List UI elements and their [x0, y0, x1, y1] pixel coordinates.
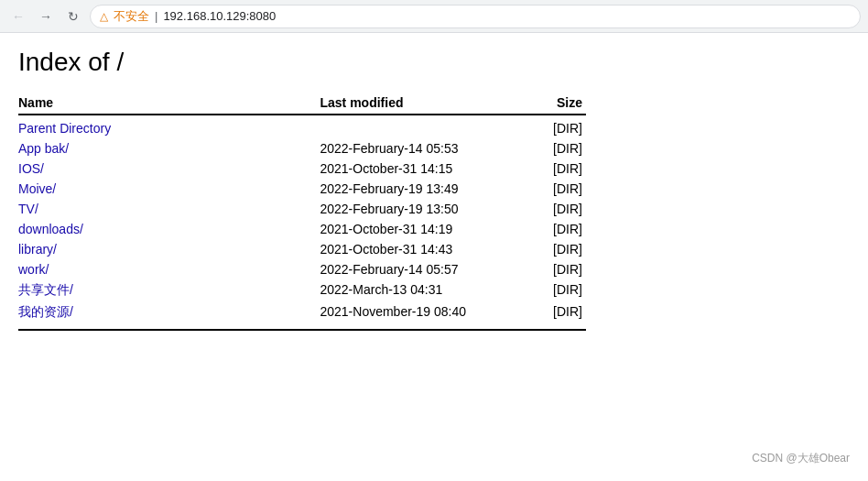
- back-button[interactable]: ←: [7, 5, 29, 27]
- file-name-cell: library/: [18, 239, 312, 259]
- reload-button[interactable]: ↻: [62, 5, 84, 27]
- table-row: 共享文件/2022-March-13 04:31[DIR]: [18, 279, 586, 301]
- browser-chrome: ← → ↻ △ 不安全 | 192.168.10.129:8080: [0, 0, 868, 33]
- file-link[interactable]: IOS/: [18, 161, 44, 176]
- file-link[interactable]: 我的资源/: [18, 304, 73, 319]
- table-bottom-line: [18, 329, 586, 331]
- file-modified-cell: 2021-October-31 14:15: [312, 159, 523, 179]
- file-size-cell: [DIR]: [523, 279, 586, 301]
- file-link[interactable]: downloads/: [18, 222, 83, 236]
- file-link[interactable]: work/: [18, 262, 49, 277]
- table-row: library/2021-October-31 14:43[DIR]: [18, 239, 586, 259]
- file-link[interactable]: library/: [18, 242, 57, 257]
- file-name-cell: TV/: [18, 199, 312, 219]
- file-modified-cell: 2022-February-19 13:49: [312, 179, 523, 199]
- file-name-cell: work/: [18, 259, 312, 279]
- file-size-cell: [DIR]: [523, 239, 586, 259]
- table-row: App bak/2022-February-14 05:53[DIR]: [18, 138, 586, 159]
- file-size-cell: [DIR]: [523, 219, 586, 239]
- table-row: Moive/2022-February-19 13:49[DIR]: [18, 179, 586, 199]
- table-row: 我的资源/2021-November-19 08:40[DIR]: [18, 301, 586, 323]
- url-text: 192.168.10.129:8080: [163, 9, 276, 23]
- table-row: Parent Directory[DIR]: [18, 115, 586, 138]
- file-size-cell: [DIR]: [523, 138, 586, 159]
- header-modified: Last modified: [312, 92, 523, 115]
- file-table: Name Last modified Size Parent Directory…: [18, 92, 586, 323]
- file-modified-cell: [312, 115, 523, 138]
- file-modified-cell: 2022-February-19 13:50: [312, 199, 523, 219]
- file-link[interactable]: Parent Directory: [18, 121, 111, 136]
- table-row: IOS/2021-October-31 14:15[DIR]: [18, 159, 586, 179]
- file-modified-cell: 2022-February-14 05:57: [312, 259, 523, 279]
- header-size: Size: [523, 92, 586, 115]
- table-header-row: Name Last modified Size: [18, 92, 586, 115]
- file-name-cell: downloads/: [18, 219, 312, 239]
- url-separator: |: [155, 9, 157, 23]
- file-name-cell: 我的资源/: [18, 301, 312, 323]
- security-icon: △: [100, 10, 108, 23]
- table-row: work/2022-February-14 05:57[DIR]: [18, 259, 586, 279]
- file-size-cell: [DIR]: [523, 259, 586, 279]
- file-size-cell: [DIR]: [523, 199, 586, 219]
- file-name-cell: IOS/: [18, 159, 312, 179]
- file-name-cell: Moive/: [18, 179, 312, 199]
- file-name-cell: 共享文件/: [18, 279, 312, 301]
- file-modified-cell: 2022-February-14 05:53: [312, 138, 523, 159]
- header-name: Name: [18, 92, 312, 115]
- file-name-cell: Parent Directory: [18, 115, 312, 138]
- table-row: downloads/2021-October-31 14:19[DIR]: [18, 219, 586, 239]
- file-size-cell: [DIR]: [523, 115, 586, 138]
- file-modified-cell: 2021-October-31 14:43: [312, 239, 523, 259]
- watermark: CSDN @大雄Obear: [752, 451, 850, 466]
- file-modified-cell: 2022-March-13 04:31: [312, 279, 523, 301]
- file-link[interactable]: 共享文件/: [18, 282, 73, 297]
- file-link[interactable]: TV/: [18, 202, 38, 216]
- forward-button[interactable]: →: [35, 5, 57, 27]
- file-size-cell: [DIR]: [523, 301, 586, 323]
- page-content: Index of / Name Last modified Size Paren…: [0, 33, 868, 481]
- file-size-cell: [DIR]: [523, 179, 586, 199]
- file-modified-cell: 2021-November-19 08:40: [312, 301, 523, 323]
- file-name-cell: App bak/: [18, 138, 312, 159]
- file-link[interactable]: Moive/: [18, 181, 56, 196]
- address-bar[interactable]: △ 不安全 | 192.168.10.129:8080: [90, 5, 861, 28]
- security-label: 不安全: [114, 8, 149, 25]
- file-modified-cell: 2021-October-31 14:19: [312, 219, 523, 239]
- page-title: Index of /: [18, 48, 850, 77]
- table-row: TV/2022-February-19 13:50[DIR]: [18, 199, 586, 219]
- file-link[interactable]: App bak/: [18, 141, 69, 156]
- file-size-cell: [DIR]: [523, 159, 586, 179]
